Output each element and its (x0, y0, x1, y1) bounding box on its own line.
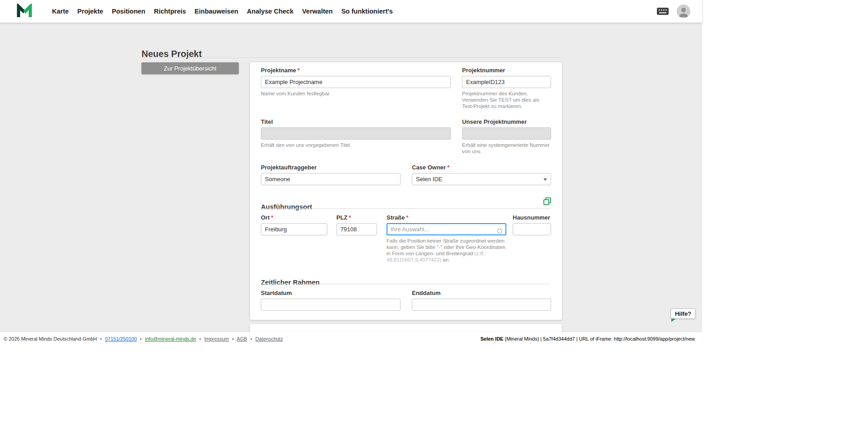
nav-item-analyse-check[interactable]: Analyse Check (247, 0, 293, 23)
nav-item-einbauweisen[interactable]: Einbauweisen (194, 0, 238, 23)
keyboard-icon[interactable] (657, 7, 669, 15)
projektnummer-input[interactable] (462, 76, 551, 88)
titel-label: Titel (261, 118, 451, 126)
footer: © 2026 Mineral Minds Deutschland GmbH • … (0, 332, 702, 346)
field-projektnummer: Projektnummer Projektnummer des Kunden. … (462, 67, 551, 109)
ort-label: Ort* (261, 214, 327, 221)
required-marker: * (271, 214, 274, 221)
enddatum-input[interactable] (412, 299, 551, 311)
section-title-zeitlicher-rahmen: Zeitlicher Rahmen (261, 278, 320, 286)
required-marker: * (297, 67, 300, 74)
projektname-label: Projektname* (261, 67, 451, 74)
case-owner-select[interactable]: Selen IDE (412, 173, 551, 185)
strasse-helper: Falls die Position keiner Straße zugeord… (387, 238, 506, 263)
navbar-right-actions (657, 5, 702, 18)
strasse-input-wrap (387, 223, 506, 235)
ort-input[interactable] (261, 223, 327, 235)
hausnummer-input[interactable] (513, 223, 551, 235)
field-startdatum: Startdatum (261, 290, 401, 311)
field-projektname: Projektname* Name vom Kunden festlegbar (261, 67, 451, 97)
nav-item-projekte[interactable]: Projekte (77, 0, 103, 23)
case-owner-selected-value: Selen IDE (416, 176, 443, 183)
titel-input (261, 127, 451, 140)
new-project-form-card: Projektname* Name vom Kunden festlegbar … (250, 62, 562, 320)
footer-left: © 2026 Mineral Minds Deutschland GmbH • … (4, 336, 283, 342)
hausnummer-label: Hausnummer (513, 214, 551, 221)
unsere-projektnummer-label: Unsere Projektnummer (462, 118, 551, 126)
projektname-helper: Name vom Kunden festlegbar (261, 90, 451, 97)
field-plz: PLZ* (336, 214, 377, 235)
case-owner-label: Case Owner* (412, 164, 551, 171)
field-case-owner: Case Owner* Selen IDE (412, 164, 551, 185)
main-content: Neues Projekt Zur Projektübersicht Proje… (0, 23, 702, 332)
app-window: Karte Projekte Positionen Richtpreis Ein… (0, 0, 702, 346)
field-projektauftraggeber: Projektauftraggeber (261, 164, 401, 185)
unsere-projektnummer-input (462, 127, 551, 140)
nav-item-verwalten[interactable]: Verwalten (302, 0, 333, 23)
startdatum-input[interactable] (261, 299, 401, 311)
section-divider (261, 208, 551, 209)
footer-impressum-link[interactable]: Impressum (204, 336, 229, 342)
strasse-label: Straße* (387, 214, 506, 221)
user-avatar[interactable] (677, 5, 690, 18)
startdatum-label: Startdatum (261, 290, 401, 297)
titel-helper: Erhält den von uns vorgegebenen Titel. (261, 142, 451, 148)
chevron-down-icon (543, 178, 547, 181)
field-unsere-projektnummer: Unsere Projektnummer Erhält eine systemg… (462, 118, 551, 154)
field-hausnummer: Hausnummer (513, 214, 551, 235)
copy-icon[interactable] (543, 197, 551, 205)
help-button[interactable]: Hilfe? (670, 309, 696, 319)
field-strasse: Straße* Falls die Position keiner Straße… (387, 214, 506, 263)
nav-item-karte[interactable]: Karte (52, 0, 69, 23)
section-title-ausfuehrungsort: Ausführungsort (261, 203, 312, 211)
nav-item-richtpreis[interactable]: Richtpreis (154, 0, 186, 23)
required-marker: * (349, 214, 351, 221)
section-divider (261, 284, 551, 284)
footer-user-name: Selen IDE (481, 336, 504, 342)
footer-agb-link[interactable]: AGB (237, 336, 247, 342)
projektnummer-helper: Projektnummer des Kunden. Verwenden Sie … (462, 90, 551, 109)
loading-spinner-icon (497, 229, 502, 234)
required-marker: * (406, 214, 408, 221)
field-ort: Ort* (261, 214, 327, 235)
main-navigation: Karte Projekte Positionen Richtpreis Ein… (52, 0, 393, 23)
projektname-input[interactable] (261, 76, 451, 88)
footer-session-info: Selen IDE (Mineral Minds) | 5a7f4d344dd7… (481, 336, 695, 342)
footer-email-link[interactable]: info@mineral-minds.de (145, 336, 196, 342)
enddatum-label: Enddatum (412, 290, 551, 297)
title-divider (142, 57, 562, 58)
next-card-partial (250, 324, 562, 332)
mineral-minds-logo-icon[interactable] (16, 4, 33, 19)
plz-input[interactable] (336, 223, 377, 235)
strasse-input[interactable] (387, 223, 506, 235)
projektauftraggeber-label: Projektauftraggeber (261, 164, 401, 171)
footer-phone-link[interactable]: 07151/250100 (105, 336, 137, 342)
plz-label: PLZ* (336, 214, 377, 221)
top-navbar: Karte Projekte Positionen Richtpreis Ein… (0, 0, 702, 23)
projektauftraggeber-input[interactable] (261, 173, 401, 185)
back-to-project-overview-button[interactable]: Zur Projektübersicht (142, 62, 239, 74)
field-enddatum: Enddatum (412, 290, 551, 311)
nav-item-so-funktionierts[interactable]: So funktioniert's (341, 0, 393, 23)
footer-session-detail: (Mineral Minds) | 5a7f4d344dd7 | URL of … (503, 336, 695, 342)
required-marker: * (447, 164, 449, 171)
footer-datenschutz-link[interactable]: Datenschutz (255, 336, 283, 342)
copyright-text: © 2026 Mineral Minds Deutschland GmbH (4, 336, 97, 342)
nav-item-positionen[interactable]: Positionen (112, 0, 145, 23)
field-titel: Titel Erhält den von uns vorgegebenen Ti… (261, 118, 451, 148)
projektnummer-label: Projektnummer (462, 67, 551, 74)
unsere-projektnummer-helper: Erhält eine systemgenerierte Nummer von … (462, 142, 551, 154)
